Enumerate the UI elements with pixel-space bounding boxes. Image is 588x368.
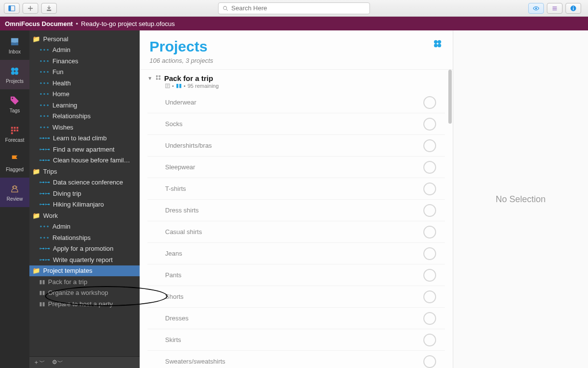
sidebar-item[interactable]: ▮▮Pack for a trip (29, 276, 140, 288)
project-icon: ∘∘∘ (39, 58, 49, 64)
folder-trips[interactable]: 📁Trips (29, 166, 140, 177)
svg-rect-18 (14, 127, 16, 129)
onhold-icon: ▮▮ (39, 289, 45, 296)
svg-point-4 (535, 7, 537, 9)
sidebar-item[interactable]: ▮▮Prepare to host a party (29, 298, 140, 310)
svg-point-3 (223, 6, 227, 9)
task-checkbox[interactable] (423, 290, 436, 303)
inspector-panel: No Selection (453, 30, 588, 368)
sidebar-item[interactable]: ∘∘∘Admin (29, 45, 140, 56)
nav-flagged[interactable]: Flagged (0, 148, 29, 178)
projects-header-icon (432, 38, 443, 51)
pause-icon: ▮▮ (176, 82, 182, 89)
scrollbar[interactable] (448, 70, 452, 124)
sidebar-item[interactable]: ▮▮Organize a workshop (29, 288, 140, 299)
sidebar-item[interactable]: ∘∘∘Relationships (29, 232, 140, 243)
list-view-button[interactable] (547, 3, 563, 14)
folder-personal[interactable]: 📁Personal (29, 33, 140, 45)
svg-rect-23 (11, 132, 13, 134)
svg-rect-7 (553, 9, 557, 10)
add-menu-button[interactable]: ＋﹀ (33, 358, 45, 367)
folder-work[interactable]: 📁Work (29, 210, 140, 221)
search-field[interactable] (218, 2, 370, 14)
search-input[interactable] (231, 4, 366, 12)
nav-projects[interactable]: Projects (0, 60, 29, 89)
sidebar-toggle-button[interactable] (4, 3, 20, 14)
sidebar-item[interactable]: ⊶⊶Write quarterly report (29, 254, 140, 265)
task-checkbox[interactable] (423, 226, 436, 238)
svg-rect-19 (17, 127, 19, 129)
svg-rect-20 (11, 130, 13, 131)
sidebar-item[interactable]: ∘∘∘Relationships (29, 111, 140, 122)
project-icon: ∘∘∘ (39, 113, 49, 119)
sidebar-item[interactable]: ⊶⊶Learn to lead climb (29, 133, 140, 144)
task-row[interactable]: Dresses (147, 308, 445, 329)
main-content: Projects 106 actions, 3 projects ▼ Pack … (140, 30, 453, 368)
task-row[interactable]: Underwear (147, 92, 445, 113)
folder-project-templates[interactable]: 📁Project templates (29, 265, 140, 277)
nav-review[interactable]: Review (0, 178, 29, 207)
inspector-toggle-button[interactable] (565, 3, 581, 14)
task-row[interactable]: Sleepwear (147, 157, 445, 178)
project-icon: ⊶⊶ (39, 135, 50, 141)
new-button[interactable] (23, 3, 38, 14)
disclosure-triangle[interactable]: ▼ (147, 76, 152, 81)
project-icon: ∘∘∘ (39, 47, 49, 53)
task-checkbox[interactable] (423, 183, 436, 195)
project-icon: ∘∘∘ (39, 80, 49, 86)
svg-rect-2 (47, 9, 51, 11)
folder-icon: 📁 (32, 212, 40, 219)
nav-forecast[interactable]: Forecast (0, 119, 29, 148)
nav-tags[interactable]: Tags (0, 89, 29, 119)
sidebar-item[interactable]: ∘∘∘Fun (29, 67, 140, 78)
sidebar-item[interactable]: ⊶⊶Apply for a promotion (29, 243, 140, 255)
nav-inbox[interactable]: Inbox (0, 30, 29, 60)
sidebar-item[interactable]: ⊶⊶Data science conference (29, 177, 140, 188)
task-checkbox[interactable] (423, 247, 436, 260)
view-options-button[interactable] (528, 3, 544, 14)
task-row[interactable]: Casual shirts (147, 221, 445, 243)
task-row[interactable]: Shorts (147, 286, 445, 308)
onhold-icon: ▮▮ (39, 279, 45, 285)
sidebar-item[interactable]: ∘∘∘Health (29, 78, 140, 89)
task-checkbox[interactable] (423, 312, 436, 325)
task-row[interactable]: T-shirts (147, 178, 445, 200)
project-icon: ∘∘∘ (39, 223, 49, 230)
task-checkbox[interactable] (423, 334, 436, 346)
project-icon: ∘∘∘ (39, 69, 49, 75)
sidebar-item[interactable]: ∘∘∘Learning (29, 100, 140, 111)
project-title[interactable]: Pack for a trip (164, 74, 213, 82)
task-checkbox[interactable] (423, 204, 436, 217)
task-row[interactable]: Jeans (147, 243, 445, 264)
task-checkbox[interactable] (423, 161, 436, 174)
task-checkbox[interactable] (423, 118, 436, 131)
task-checkbox[interactable] (423, 269, 436, 282)
toolbar (0, 0, 588, 17)
sidebar-item[interactable]: ⊶⊶Clean house before famil… (29, 155, 140, 166)
folder-icon: 📁 (32, 168, 40, 175)
sidebar-item[interactable]: ∘∘∘Admin (29, 221, 140, 233)
task-row[interactable]: Undershirts/bras (147, 135, 445, 157)
sidebar-item[interactable]: ⊶⊶Hiking Kilimanjaro (29, 199, 140, 210)
task-row[interactable]: Skirts (147, 329, 445, 351)
download-button[interactable] (41, 3, 57, 14)
svg-rect-17 (11, 127, 13, 129)
sidebar-item[interactable]: ∘∘∘Home (29, 89, 140, 100)
sidebar-item[interactable]: ⊶⊶Diving trip (29, 188, 140, 199)
task-row[interactable]: Dress shirts (147, 200, 445, 221)
task-checkbox[interactable] (423, 139, 436, 152)
task-checkbox[interactable] (423, 355, 436, 368)
svg-rect-6 (553, 8, 557, 8)
sidebar-item[interactable]: ∘∘∘Finances (29, 55, 140, 67)
svg-point-26 (434, 44, 438, 47)
task-row[interactable]: Socks (147, 113, 445, 135)
gear-menu-button[interactable]: ⚙﹀ (52, 358, 63, 367)
task-checkbox[interactable] (423, 96, 436, 109)
document-titlebar: OmniFocus Document • Ready-to-go project… (0, 17, 588, 30)
sidebar-item[interactable]: ⊶⊶Find a new apartment (29, 144, 140, 155)
svg-point-15 (15, 71, 18, 75)
task-row[interactable]: Pants (147, 264, 445, 286)
svg-point-16 (12, 98, 13, 99)
sidebar-item[interactable]: ∘∘∘Wishes (29, 122, 140, 133)
task-row[interactable]: Sweaters/sweatshirts (147, 351, 445, 368)
